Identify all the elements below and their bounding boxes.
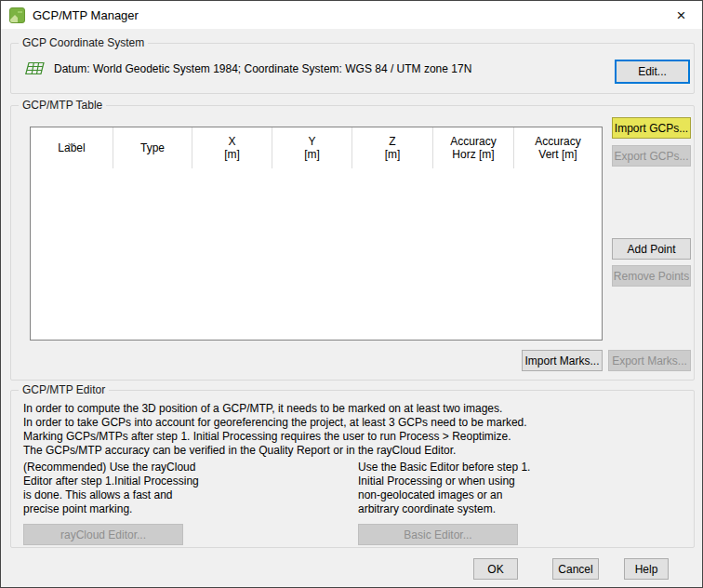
raycloud-editor-button: rayCloud Editor... (23, 524, 183, 545)
help-button[interactable]: Help (624, 558, 669, 580)
import-marks-button[interactable]: Import Marks... (522, 350, 603, 371)
datum-grid-icon (25, 61, 45, 75)
gcp-mtp-table-group: GCP/MTP Table Label Type X [m] Y [m] Z [… (10, 105, 695, 381)
window-title: GCP/MTP Manager (33, 8, 139, 22)
ok-button[interactable]: OK (473, 558, 518, 580)
table-header-row: Label Type X [m] Y [m] Z [m] Accuracy Ho… (31, 127, 602, 168)
column-header-type[interactable]: Type (113, 127, 192, 168)
editor-info-line-4: The GCPs/MTP accuracy can be verified in… (23, 444, 456, 458)
editor-info-line-1: In order to compute the 3D position of a… (23, 402, 502, 416)
import-gcps-button[interactable]: Import GCPs... (612, 117, 691, 139)
coordinate-system-summary: Datum: World Geodetic System 1984; Coord… (54, 62, 471, 75)
add-point-button[interactable]: Add Point (612, 238, 691, 260)
edit-button[interactable]: Edit... (615, 60, 690, 84)
gcp-mtp-editor-group: GCP/MTP Editor In order to compute the 3… (10, 390, 695, 548)
column-header-accuracy-vert[interactable]: Accuracy Vert [m] (514, 127, 602, 168)
editor-info-line-3: Marking GCPs/MTPs after step 1. Initial … (23, 430, 511, 444)
group-label-editor: GCP/MTP Editor (19, 383, 109, 397)
dialog-body: GCP Coordinate System Datum: World Geode… (1, 29, 702, 587)
group-label-coordinate-system: GCP Coordinate System (19, 36, 148, 50)
raycloud-editor-description: (Recommended) Use the rayCloud Editor af… (23, 461, 293, 516)
coordinate-system-row: Datum: World Geodetic System 1984; Coord… (25, 61, 471, 75)
export-gcps-button: Export GCPs... (612, 145, 691, 167)
basic-editor-button: Basic Editor... (358, 524, 518, 545)
basic-editor-description: Use the Basic Editor before step 1. Init… (358, 461, 628, 516)
cancel-button[interactable]: Cancel (552, 558, 599, 580)
close-icon[interactable]: × (660, 1, 702, 29)
column-header-y[interactable]: Y [m] (272, 127, 352, 168)
titlebar: GCP/MTP Manager × (1, 1, 702, 29)
column-header-x[interactable]: X [m] (192, 127, 272, 168)
column-header-label[interactable]: Label (31, 127, 113, 168)
export-marks-button: Export Marks... (608, 350, 691, 371)
gcp-mtp-manager-dialog: GCP/MTP Manager × GCP Coordinate System … (0, 0, 703, 588)
remove-points-button: Remove Points (612, 265, 691, 287)
group-label-table: GCP/MTP Table (19, 99, 106, 113)
sort-indicator-icon (68, 129, 76, 160)
table-body-empty[interactable] (31, 168, 602, 340)
gcp-table[interactable]: Label Type X [m] Y [m] Z [m] Accuracy Ho… (30, 127, 603, 341)
app-icon (9, 7, 25, 23)
gcp-coordinate-system-group: GCP Coordinate System Datum: World Geode… (10, 43, 695, 94)
editor-info-line-2: In order to take GCPs into account for g… (23, 416, 527, 430)
column-header-z[interactable]: Z [m] (352, 127, 433, 168)
column-header-accuracy-horz[interactable]: Accuracy Horz [m] (433, 127, 514, 168)
